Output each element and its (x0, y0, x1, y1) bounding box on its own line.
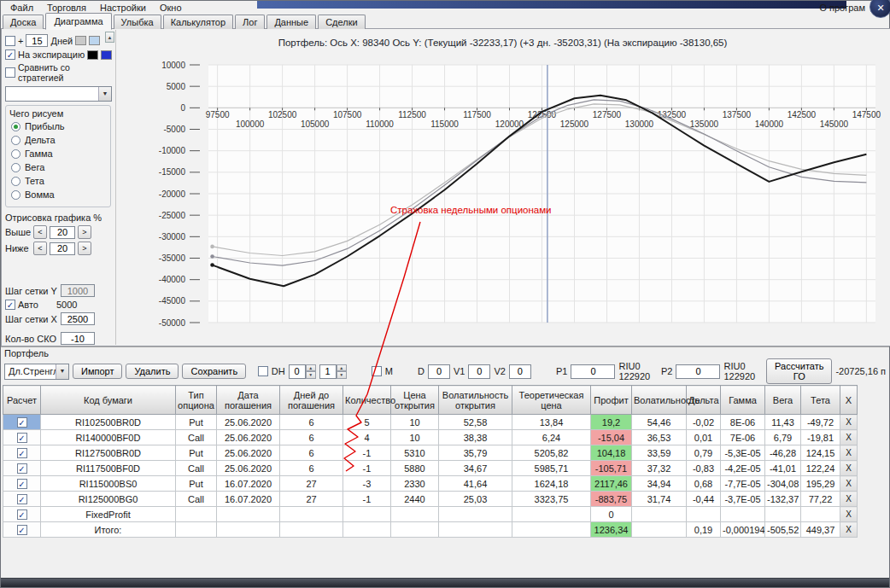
dh-spinner-2-input[interactable] (319, 364, 337, 379)
tab-6[interactable]: Сделки (318, 15, 366, 29)
svg-text:140000: 140000 (755, 119, 784, 129)
cell-delta: 0,79 (687, 445, 721, 461)
below-percent-input[interactable] (50, 242, 75, 255)
grid-auto-checkbox[interactable]: ✓ (5, 300, 15, 310)
row-calc-checkbox[interactable]: ✓ (17, 494, 27, 504)
row-calc-cell[interactable]: ✓ (3, 492, 41, 507)
row-calc-cell[interactable]: ✓ (3, 476, 41, 492)
tab-5[interactable]: Данные (266, 15, 316, 29)
chevron-down-icon[interactable]: ▼ (56, 364, 68, 379)
days-color-swatch-1[interactable] (75, 36, 86, 45)
row-calc-cell[interactable]: ✓ (3, 507, 41, 522)
row-calc-checkbox[interactable]: ✓ (17, 479, 27, 489)
sidebar-scroll-up-icon[interactable]: ▲ (105, 32, 114, 43)
save-button[interactable]: Сохранить (182, 364, 246, 379)
delete-button[interactable]: Удалить (126, 364, 179, 379)
menu-item-2[interactable]: Настройки (94, 2, 152, 14)
row-delete-button[interactable]: X (840, 492, 858, 507)
sko-input[interactable] (61, 332, 95, 345)
tab-3[interactable]: Калькулятор (163, 15, 233, 29)
draw-option-row[interactable]: Гамма (11, 148, 107, 159)
draw-option-row[interactable]: Вомма (11, 189, 107, 200)
dh-checkbox[interactable] (258, 366, 268, 376)
tab-4[interactable]: Лог (235, 15, 265, 29)
above-decrease-button[interactable]: < (33, 225, 47, 239)
dh-spinner-1-input[interactable] (289, 364, 306, 379)
status-bar (1, 578, 889, 587)
row-calc-cell[interactable]: ✓ (3, 461, 41, 476)
expiration-color-swatch-2[interactable] (101, 50, 112, 60)
radio-icon (11, 136, 20, 145)
row-delete-button[interactable]: X (840, 507, 858, 522)
column-header: Тип опциона (176, 386, 217, 415)
days-line-checkbox[interactable] (5, 36, 15, 46)
row-calc-cell[interactable]: ✓ (3, 430, 41, 445)
tab-2[interactable]: Улыбка (114, 15, 161, 29)
d-input[interactable] (428, 364, 450, 379)
row-calc-checkbox[interactable]: ✓ (17, 417, 27, 428)
dh-spinner-2[interactable]: ▲▼ (319, 364, 347, 379)
row-delete-button[interactable]: X (840, 445, 858, 461)
v1-input[interactable] (468, 364, 490, 379)
spinner-up-icon[interactable]: ▲ (306, 364, 316, 372)
spinner-down-icon[interactable]: ▼ (306, 371, 316, 379)
row-calc-cell[interactable]: ✓ (3, 415, 41, 430)
below-increase-button[interactable]: > (78, 242, 91, 255)
days-count-input[interactable] (26, 34, 48, 47)
cell-type (176, 507, 217, 522)
row-calc-checkbox[interactable]: ✓ (17, 448, 27, 458)
calc-margin-button[interactable]: Рассчитать ГО (766, 358, 832, 384)
below-decrease-button[interactable]: < (33, 242, 47, 255)
chevron-down-icon[interactable]: ▼ (98, 87, 111, 101)
row-calc-checkbox[interactable]: ✓ (17, 525, 27, 535)
cell-days: 6 (280, 430, 343, 445)
row-delete-button[interactable]: X (840, 415, 858, 430)
close-icon[interactable]: ✕ (870, 0, 890, 18)
v2-input[interactable] (509, 364, 531, 379)
import-button[interactable]: Импорт (73, 364, 122, 379)
draw-option-row[interactable]: Дельта (11, 135, 107, 145)
cell-profit: 2117,46 (591, 476, 632, 492)
dh-spinner-1[interactable]: ▲▼ (289, 364, 316, 379)
menu-item-0[interactable]: Файл (4, 2, 39, 14)
cell-delta: 0,01 (687, 430, 721, 445)
compare-strategy-checkbox[interactable] (5, 67, 15, 78)
draw-option-label: Тета (25, 176, 44, 186)
menu-item-3[interactable]: Окно (154, 2, 188, 14)
above-percent-input[interactable] (50, 226, 75, 239)
expiration-color-swatch-1[interactable] (87, 50, 98, 60)
row-delete-button[interactable]: X (840, 461, 858, 476)
payoff-chart[interactable]: 1000050000-5000-10000-15000-20000-25000-… (116, 48, 885, 341)
p1-input[interactable] (571, 364, 615, 379)
draw-option-row[interactable]: Прибыль (11, 121, 107, 131)
spinner-up-icon[interactable]: ▲ (337, 364, 347, 372)
draw-option-label: Дельта (25, 135, 56, 145)
row-calc-checkbox[interactable]: ✓ (17, 433, 27, 443)
portfolio-strategy-select[interactable]: Дл.Стренгл-П ▼ (4, 364, 69, 380)
p2-input[interactable] (676, 364, 720, 379)
render-above-row: Выше < > (5, 225, 114, 239)
grid-step-x-input[interactable] (61, 312, 95, 325)
menu-item-1[interactable]: Торговля (41, 2, 92, 14)
row-delete-button[interactable]: X (840, 522, 858, 538)
expiration-checkbox[interactable]: ✓ (5, 49, 15, 60)
row-calc-cell[interactable]: ✓ (3, 522, 41, 538)
row-calc-cell[interactable]: ✓ (3, 445, 41, 461)
row-delete-button[interactable]: X (840, 430, 858, 445)
cell-profit: 0 (591, 507, 632, 522)
grid-step-y-input[interactable] (61, 284, 95, 297)
row-calc-checkbox[interactable]: ✓ (17, 463, 27, 474)
tab-1[interactable]: Диаграмма (45, 13, 111, 30)
compare-strategy-select[interactable]: ▼ (5, 86, 112, 102)
spinner-down-icon[interactable]: ▼ (337, 371, 347, 379)
days-color-swatch-2[interactable] (89, 36, 100, 45)
menu-about[interactable]: О програм (816, 2, 869, 14)
row-delete-button[interactable]: X (840, 476, 858, 492)
tab-0[interactable]: Доска (3, 15, 44, 29)
m-checkbox[interactable] (372, 366, 382, 376)
cell-theta: -49,72 (801, 415, 840, 430)
row-calc-checkbox[interactable]: ✓ (17, 509, 27, 520)
above-increase-button[interactable]: > (78, 225, 91, 239)
draw-option-row[interactable]: Вега (11, 162, 107, 172)
draw-option-row[interactable]: Тета (11, 176, 107, 186)
